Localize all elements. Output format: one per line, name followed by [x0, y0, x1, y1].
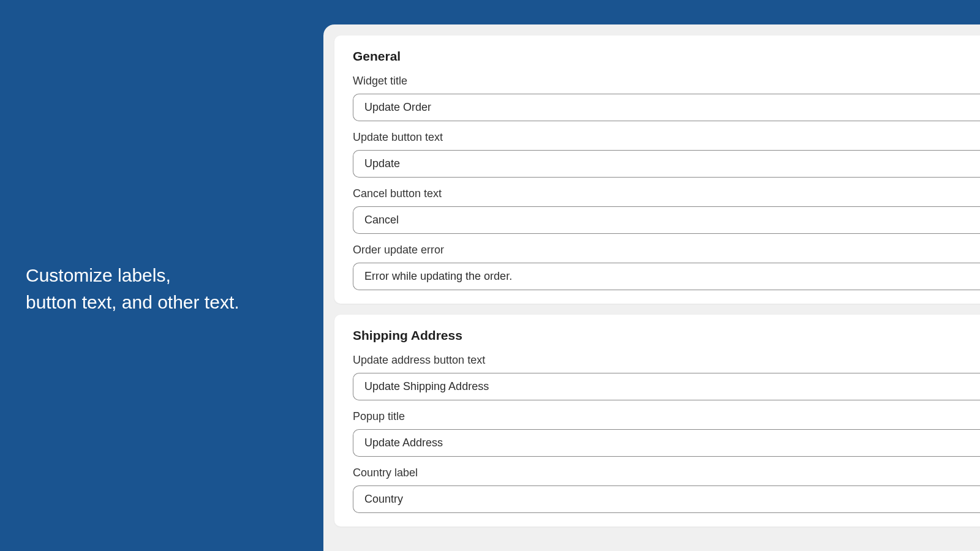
update-address-button-text-group: Update address button text: [353, 354, 980, 400]
update-button-text-input[interactable]: [353, 150, 980, 178]
popup-title-label: Popup title: [353, 410, 980, 423]
widget-title-label: Widget title: [353, 75, 980, 88]
update-address-button-text-input[interactable]: [353, 373, 980, 400]
update-address-button-text-label: Update address button text: [353, 354, 980, 367]
country-label-input[interactable]: [353, 485, 980, 513]
marketing-caption: Customize labels, button text, and other…: [26, 262, 239, 315]
widget-title-group: Widget title: [353, 75, 980, 121]
popup-title-input[interactable]: [353, 429, 980, 457]
country-label-group: Country label: [353, 467, 980, 513]
shipping-address-section-title: Shipping Address: [353, 328, 980, 343]
settings-panel: General Widget title Update button text …: [323, 24, 980, 551]
order-update-error-input[interactable]: [353, 263, 980, 290]
country-label-label: Country label: [353, 467, 980, 479]
cancel-button-text-group: Cancel button text: [353, 187, 980, 234]
order-update-error-label: Order update error: [353, 244, 980, 257]
marketing-caption-line1: Customize labels,: [26, 262, 239, 289]
cancel-button-text-label: Cancel button text: [353, 187, 980, 200]
order-update-error-group: Order update error: [353, 244, 980, 290]
general-section: General Widget title Update button text …: [334, 36, 980, 304]
update-button-text-label: Update button text: [353, 131, 980, 144]
popup-title-group: Popup title: [353, 410, 980, 457]
shipping-address-section: Shipping Address Update address button t…: [334, 315, 980, 527]
marketing-caption-line2: button text, and other text.: [26, 289, 239, 316]
widget-title-input[interactable]: [353, 94, 980, 121]
cancel-button-text-input[interactable]: [353, 206, 980, 234]
general-section-title: General: [353, 49, 980, 64]
update-button-text-group: Update button text: [353, 131, 980, 178]
